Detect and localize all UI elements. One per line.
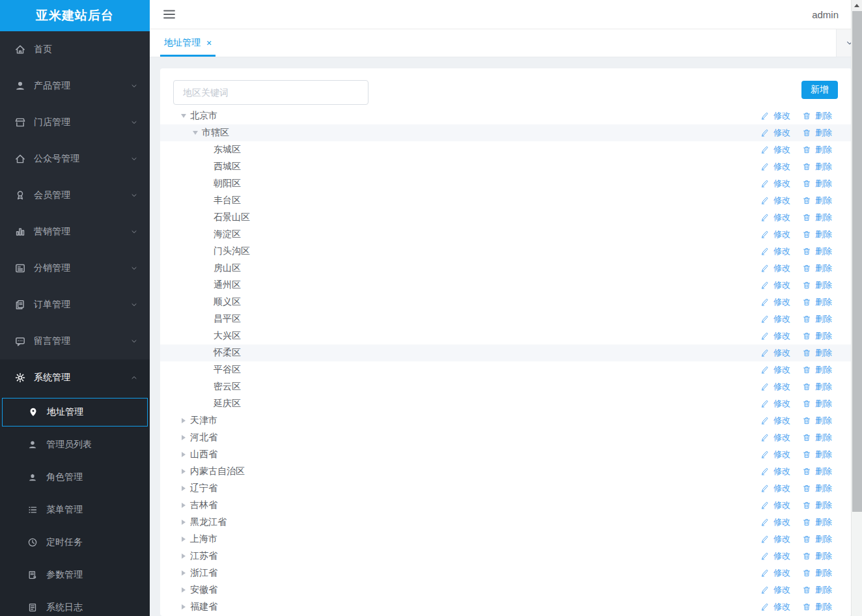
tree-row[interactable]: 通州区修改删除 <box>160 277 852 294</box>
delete-link[interactable]: 删除 <box>802 229 832 240</box>
edit-link[interactable]: 修改 <box>760 229 790 240</box>
tab-close-icon[interactable]: × <box>206 38 212 48</box>
delete-link[interactable]: 删除 <box>802 584 832 596</box>
user-menu[interactable]: admin <box>812 9 839 20</box>
sidebar-item-admins[interactable]: 管理员列表 <box>0 428 150 461</box>
hamburger-menu-icon[interactable] <box>163 9 176 20</box>
edit-link[interactable]: 修改 <box>760 567 790 579</box>
tree-row[interactable]: 辽宁省修改删除 <box>160 480 852 497</box>
tree-row[interactable]: 河北省修改删除 <box>160 429 852 446</box>
tree-caret-icon[interactable] <box>178 111 189 121</box>
tree-row[interactable]: 延庆区修改删除 <box>160 395 852 412</box>
tree-caret-icon[interactable] <box>178 568 189 578</box>
delete-link[interactable]: 删除 <box>802 262 832 274</box>
edit-link[interactable]: 修改 <box>760 178 790 189</box>
delete-link[interactable]: 删除 <box>802 161 832 173</box>
tree-row[interactable]: 怀柔区修改删除 <box>160 344 852 361</box>
tree-row[interactable]: 吉林省修改删除 <box>160 497 852 514</box>
edit-link[interactable]: 修改 <box>760 161 790 173</box>
delete-link[interactable]: 删除 <box>802 415 832 427</box>
delete-link[interactable]: 删除 <box>802 195 832 206</box>
tree-row[interactable]: 海淀区修改删除 <box>160 226 852 243</box>
tree-caret-icon[interactable] <box>178 415 189 426</box>
scrollbar-thumb[interactable] <box>852 11 862 512</box>
delete-link[interactable]: 删除 <box>802 550 832 562</box>
edit-link[interactable]: 修改 <box>760 127 790 139</box>
edit-link[interactable]: 修改 <box>760 262 790 274</box>
tree-row[interactable]: 江苏省修改删除 <box>160 548 852 565</box>
tree-caret-icon[interactable] <box>178 517 189 527</box>
delete-link[interactable]: 删除 <box>802 296 832 308</box>
delete-link[interactable]: 删除 <box>802 364 832 376</box>
tree-caret-icon[interactable] <box>178 466 189 477</box>
tree-caret-icon[interactable] <box>178 551 189 561</box>
delete-link[interactable]: 删除 <box>802 178 832 189</box>
sidebar-item-marketing[interactable]: 营销管理 <box>0 214 150 250</box>
delete-link[interactable]: 删除 <box>802 466 832 477</box>
tab-address-management[interactable]: 地址管理 × <box>160 29 216 57</box>
sidebar-item-member[interactable]: 会员管理 <box>0 177 150 214</box>
edit-link[interactable]: 修改 <box>760 144 790 156</box>
tree-row[interactable]: 西城区修改删除 <box>160 158 852 175</box>
edit-link[interactable]: 修改 <box>760 195 790 206</box>
tree-row[interactable]: 山西省修改删除 <box>160 446 852 463</box>
edit-link[interactable]: 修改 <box>760 432 790 443</box>
tree-row[interactable]: 浙江省修改删除 <box>160 565 852 581</box>
edit-link[interactable]: 修改 <box>760 398 790 410</box>
delete-link[interactable]: 删除 <box>802 516 832 528</box>
tree-row[interactable]: 密云区修改删除 <box>160 378 852 395</box>
delete-link[interactable]: 删除 <box>802 432 832 443</box>
sidebar-item-mp[interactable]: 公众号管理 <box>0 141 150 177</box>
tree-row[interactable]: 丰台区修改删除 <box>160 192 852 209</box>
delete-link[interactable]: 删除 <box>802 330 832 342</box>
tree-row[interactable]: 安徽省修改删除 <box>160 581 852 598</box>
tree-caret-icon[interactable] <box>178 483 189 494</box>
delete-link[interactable]: 删除 <box>802 313 832 325</box>
tree-caret-icon[interactable] <box>178 432 189 443</box>
tree-row[interactable]: 平谷区修改删除 <box>160 361 852 378</box>
tree-caret-icon[interactable] <box>178 449 189 460</box>
tree-row[interactable]: 内蒙古自治区修改删除 <box>160 463 852 480</box>
delete-link[interactable]: 删除 <box>802 212 832 223</box>
tree-caret-icon[interactable] <box>178 534 189 544</box>
tree-row[interactable]: 北京市修改删除 <box>160 107 852 124</box>
add-button[interactable]: 新增 <box>801 81 838 99</box>
tree-caret-icon[interactable] <box>190 128 201 138</box>
sidebar-item-store[interactable]: 门店管理 <box>0 104 150 141</box>
delete-link[interactable]: 删除 <box>802 144 832 156</box>
edit-link[interactable]: 修改 <box>760 364 790 376</box>
delete-link[interactable]: 删除 <box>802 110 832 122</box>
edit-link[interactable]: 修改 <box>760 584 790 596</box>
sidebar-item-cron[interactable]: 定时任务 <box>0 526 150 559</box>
tree-row[interactable]: 房山区修改删除 <box>160 260 852 277</box>
tree-row[interactable]: 东城区修改删除 <box>160 141 852 158</box>
tree-row[interactable]: 黑龙江省修改删除 <box>160 514 852 531</box>
edit-link[interactable]: 修改 <box>760 415 790 427</box>
edit-link[interactable]: 修改 <box>760 533 790 545</box>
delete-link[interactable]: 删除 <box>802 449 832 460</box>
delete-link[interactable]: 删除 <box>802 347 832 359</box>
sidebar-item-menus[interactable]: 菜单管理 <box>0 494 150 526</box>
delete-link[interactable]: 删除 <box>802 499 832 511</box>
edit-link[interactable]: 修改 <box>760 483 790 494</box>
tree-row[interactable]: 石景山区修改删除 <box>160 209 852 226</box>
tree-caret-icon[interactable] <box>178 500 189 511</box>
page-scrollbar[interactable] <box>851 0 862 616</box>
edit-link[interactable]: 修改 <box>760 466 790 477</box>
sidebar-item-distribution[interactable]: 分销管理 <box>0 250 150 287</box>
delete-link[interactable]: 删除 <box>802 601 832 613</box>
edit-link[interactable]: 修改 <box>760 601 790 613</box>
tree-row[interactable]: 大兴区修改删除 <box>160 328 852 344</box>
sidebar-item-address[interactable]: 地址管理 <box>2 398 148 427</box>
edit-link[interactable]: 修改 <box>760 296 790 308</box>
sidebar-item-product[interactable]: 产品管理 <box>0 68 150 104</box>
sidebar-item-message[interactable]: 留言管理 <box>0 323 150 359</box>
delete-link[interactable]: 删除 <box>802 567 832 579</box>
edit-link[interactable]: 修改 <box>760 212 790 223</box>
tree-row[interactable]: 昌平区修改删除 <box>160 311 852 328</box>
edit-link[interactable]: 修改 <box>760 313 790 325</box>
edit-link[interactable]: 修改 <box>760 279 790 291</box>
sidebar-item-home[interactable]: 首页 <box>0 31 150 68</box>
edit-link[interactable]: 修改 <box>760 347 790 359</box>
edit-link[interactable]: 修改 <box>760 499 790 511</box>
